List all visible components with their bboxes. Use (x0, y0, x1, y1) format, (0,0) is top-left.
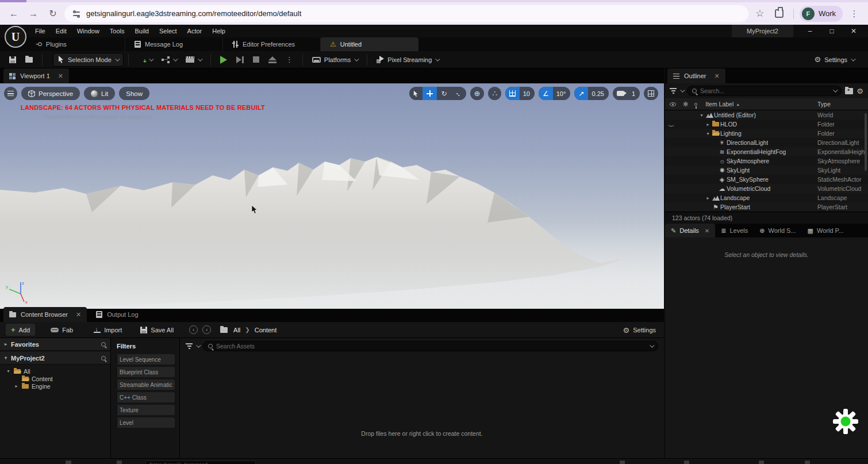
save-button[interactable] (5, 53, 21, 67)
unreal-logo[interactable]: U (5, 26, 26, 48)
frame-skip-button[interactable] (232, 53, 248, 67)
expander-icon[interactable]: ▸ (14, 384, 19, 389)
outliner-scrollbar[interactable] (865, 113, 867, 171)
tab-world-s-[interactable]: World S... (754, 224, 801, 237)
outliner-row[interactable]: SM_SkySphereStaticMeshActor (665, 175, 868, 184)
expander-icon[interactable]: ▸ (705, 122, 711, 127)
tab-message-log[interactable]: Message Log (125, 37, 223, 51)
toolbar-settings-dropdown[interactable]: ⚙Settings (810, 53, 859, 67)
expander-icon[interactable]: ▾ (705, 131, 711, 136)
outliner-search-input[interactable] (700, 87, 829, 94)
url-bar[interactable]: getsignalingurl.eagle3dstreaming.com/rem… (64, 5, 748, 22)
add-button[interactable]: +Add (6, 324, 35, 336)
maximize-button[interactable]: □ (821, 25, 843, 37)
status-icon[interactable] (805, 461, 810, 464)
asset-search[interactable] (203, 341, 658, 351)
content-drawer-icon[interactable] (66, 461, 71, 464)
menu-build[interactable]: Build (130, 25, 154, 37)
asset-filter-icon[interactable] (186, 343, 193, 349)
play-options-kebab[interactable]: ⋮ (281, 53, 298, 67)
tab-untitled[interactable]: ⚠Untitled (321, 37, 418, 51)
selection-mode-dropdown[interactable]: Selection Mode (53, 53, 124, 67)
outliner-row[interactable]: PlayerStartPlayerStart (665, 202, 868, 211)
outliner-row[interactable]: VolumetricCloudVolumetricCloud (665, 184, 868, 193)
item-label-column[interactable]: Item Label (705, 101, 733, 108)
show-dropdown[interactable]: Show (119, 87, 149, 100)
perspective-dropdown[interactable]: Perspective (21, 87, 80, 100)
tab-content-browser[interactable]: Content Browser ✕ (3, 307, 87, 322)
tab-levels[interactable]: Levels (715, 224, 754, 237)
outliner-row[interactable]: ExponentialHeightFogExponentialHeightFog (665, 147, 868, 156)
rotation-snap-value[interactable]: 10° (553, 90, 571, 97)
pixel-streaming-dropdown[interactable]: Pixel Streaming (372, 53, 443, 67)
revision-control-icon[interactable] (620, 461, 625, 464)
url-text[interactable]: getsignalingurl.eagle3dstreaming.com/rem… (86, 9, 301, 18)
chevron-down-icon[interactable] (680, 87, 685, 92)
content-browser-settings[interactable]: ⚙Settings (623, 322, 656, 338)
maximize-viewport-toggle[interactable] (644, 87, 658, 100)
stop-button[interactable] (248, 53, 264, 67)
outliner-row[interactable]: SkyAtmosphereSkyAtmosphere (665, 156, 868, 166)
stream-settings-gear-button[interactable] (832, 408, 859, 435)
filter-texture[interactable]: Texture (116, 405, 175, 415)
menu-file[interactable]: File (30, 25, 51, 37)
back-history-icon[interactable]: ‹ (189, 325, 198, 334)
grid-snap-toggle[interactable] (505, 87, 520, 100)
filter-level-sequence[interactable]: Level Sequence (116, 354, 175, 365)
menu-help[interactable]: Help (207, 25, 231, 37)
project-header[interactable]: ▾MyProject2 (0, 352, 110, 365)
outliner-settings-icon[interactable]: ⚙ (857, 87, 863, 95)
close-icon[interactable]: ✕ (715, 72, 720, 80)
outliner-row[interactable]: ▾LightingFolder (665, 129, 868, 138)
eye-icon[interactable] (670, 102, 676, 106)
camera-speed-button[interactable] (613, 87, 628, 100)
search-icon[interactable] (101, 342, 106, 347)
favorites-header[interactable]: ▸Favorites (0, 338, 110, 351)
tab-details[interactable]: Details✕ (665, 224, 715, 237)
scale-snap-value[interactable]: 0.25 (588, 90, 608, 97)
type-column[interactable]: Type (817, 101, 831, 108)
site-info-icon[interactable] (72, 10, 80, 17)
menu-actor[interactable]: Actor (182, 25, 208, 37)
rotation-snap-toggle[interactable]: ∠ (539, 87, 553, 100)
platforms-dropdown[interactable]: Platforms (308, 53, 362, 67)
breadcrumb-current[interactable]: Content (255, 327, 277, 333)
filter-c-class[interactable]: C++ Class (116, 392, 175, 402)
add-actor-dropdown[interactable]: + (133, 53, 157, 67)
outliner-search[interactable] (687, 86, 842, 96)
filter-icon[interactable] (670, 88, 677, 94)
pin-icon[interactable] (694, 103, 697, 106)
tab-outliner[interactable]: Outliner ✕ (667, 68, 725, 83)
asset-search-input[interactable] (216, 343, 646, 350)
minimize-button[interactable]: – (799, 25, 821, 37)
expander-icon[interactable]: ▾ (698, 113, 705, 118)
tab-viewport-1[interactable]: Viewport 1 ✕ (3, 68, 69, 83)
filter-blueprint-class[interactable]: Blueprint Class (116, 367, 175, 377)
tab-output-log[interactable]: Output Log (90, 307, 144, 322)
expander-icon[interactable]: ▸ (705, 195, 711, 201)
scale-tool[interactable]: ↔ (451, 87, 466, 100)
close-icon[interactable]: ✕ (58, 72, 63, 80)
folder-all[interactable]: ▾All (6, 367, 110, 375)
reload-icon[interactable]: ↻ (45, 6, 61, 22)
breadcrumb-root[interactable]: All (233, 327, 240, 333)
bookmark-star-icon[interactable]: ☆ (752, 6, 768, 22)
viewport-options-menu[interactable] (4, 87, 17, 100)
grid-snap-value[interactable]: 10 (520, 90, 535, 97)
close-button[interactable]: ✕ (843, 25, 865, 37)
save-all-button[interactable]: Save All (135, 324, 179, 336)
new-folder-icon[interactable] (845, 88, 853, 94)
tab-world-p-[interactable]: World P... (802, 224, 850, 237)
folder-engine[interactable]: ▸Engine (6, 382, 110, 390)
hidden-eye-icon[interactable] (668, 122, 674, 126)
menu-window[interactable]: Window (72, 25, 105, 37)
chevron-down-icon[interactable] (196, 343, 201, 347)
outliner-row[interactable]: ▸HLODFolder (665, 120, 868, 129)
surface-snapping-toggle[interactable]: ∴ (488, 87, 501, 100)
world-coordinate-toggle[interactable]: ⊕ (470, 87, 485, 100)
close-icon[interactable]: ✕ (705, 228, 709, 234)
asset-view[interactable]: Drop files here or right click to create… (180, 338, 664, 458)
move-tool[interactable] (423, 87, 437, 100)
fab-button[interactable]: Fab (45, 324, 78, 336)
chevron-down-icon[interactable] (834, 87, 838, 92)
